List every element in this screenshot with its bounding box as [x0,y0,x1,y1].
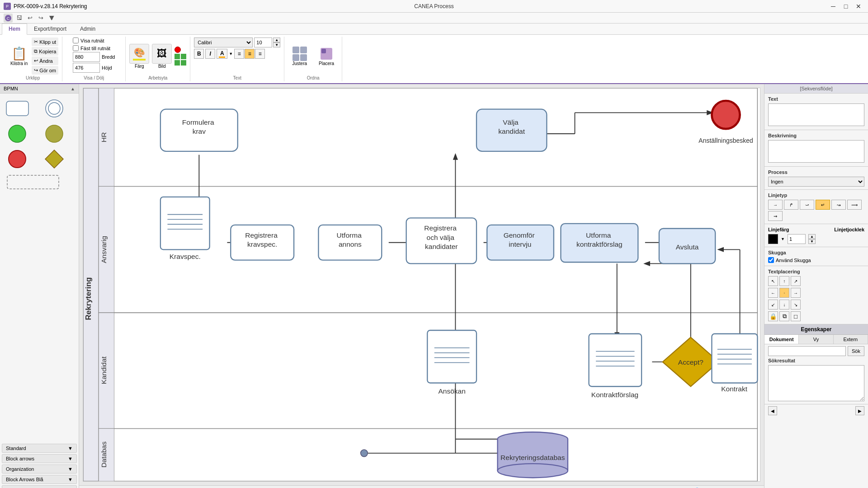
maximize-button[interactable]: □ [840,2,852,11]
lock-btn-3[interactable]: □ [791,311,801,321]
shape-circle-inner[interactable] [41,97,68,120]
copy-button[interactable]: ⧉ Kopiera [32,47,58,56]
cut-button[interactable]: ✂ Klipp ut [32,38,58,46]
node-utforma-kontrakt[interactable]: Utforma kontraktförslag [561,224,638,262]
sok-input[interactable] [768,346,846,356]
eg-tab-extern[interactable]: Extern [834,335,868,344]
node-rekryteringsdatabas[interactable]: Rekryteringsdatabas [498,432,568,478]
snap-grid-input[interactable] [73,45,79,51]
paste-button[interactable]: 📋 Klistra in [7,45,31,67]
sok-button[interactable]: Sök [848,346,864,356]
shape-circle-green[interactable] [4,122,31,145]
dropdown-standard[interactable]: Standard ▼ [2,444,77,453]
minimize-button[interactable]: ─ [827,2,839,11]
tp-btn-mc[interactable]: · [779,288,789,298]
bold-button[interactable]: B [194,49,204,59]
dropdown-organization[interactable]: Organization ▼ [2,465,77,474]
placera-button[interactable]: Placera [315,45,338,67]
align-left-button[interactable]: ≡ [234,49,244,59]
shape-rounded-rect[interactable] [4,97,31,120]
italic-button[interactable]: I [205,49,215,59]
qa-save-button[interactable]: 🖫 [14,14,24,23]
sokresultat-box[interactable] [768,365,864,401]
justera-icon [292,47,307,61]
thickness-down[interactable]: ▼ [808,239,816,244]
node-valja-kandidat[interactable]: Välja kandidat [476,109,547,151]
shape-diamond[interactable] [41,148,68,170]
panel-collapse-icon[interactable]: ▲ [71,86,75,91]
tp-btn-br[interactable]: ↘ [791,300,801,310]
qa-undo-button[interactable]: ↩ [25,14,34,23]
node-registrera-kravspec[interactable]: Registrera kravspec. [231,225,294,260]
farg-button[interactable]: 🎨 [129,44,149,64]
eg-tab-vy[interactable]: Vy [799,335,833,344]
width-input[interactable] [73,52,100,62]
tp-btn-bl[interactable]: ↙ [768,300,778,310]
thickness-input[interactable]: 1 [788,234,806,244]
lt-btn-2[interactable]: ↱ [784,200,798,210]
tab-export-import[interactable]: Export/Import [27,23,73,34]
snap-grid-checkbox[interactable]: Fäst till rutnät [73,45,110,51]
node-formulera-krav[interactable]: Formulera krav [160,109,238,151]
tab-hem[interactable]: Hem [2,23,27,35]
process-select[interactable]: Ingen [768,177,864,187]
node-registrera-valja[interactable]: Registrera och välja kandidater [406,218,476,263]
lock-btn-2[interactable]: ⧉ [779,311,789,321]
tp-btn-tr[interactable]: ↗ [791,276,801,286]
qa-redo-button[interactable]: ↪ [36,14,45,23]
bild-button[interactable]: 🖼 [152,44,172,64]
status-green-4 [181,60,186,66]
canvas-inner[interactable]: Rekrytering HR Ansvarig Kandidat [83,88,760,482]
qa-dropdown-button[interactable]: ⯆ [47,14,56,23]
undo-button[interactable]: ↩ Ändra [32,56,58,65]
show-grid-input[interactable] [73,38,79,43]
shape-circle-olive[interactable] [41,122,68,145]
canvas-area[interactable]: Rekrytering HR Ansvarig Kandidat [79,84,764,488]
shape-dashed-rect[interactable] [4,173,62,191]
tp-btn-tc[interactable]: ↑ [779,276,789,286]
status-red-icon [175,47,181,53]
text-color-button[interactable]: A [217,49,227,59]
lt-btn-7[interactable]: ⇝ [768,211,783,221]
justera-button[interactable]: Justera [288,45,311,67]
sokresultat-area: Sök Sökresultat [764,344,868,404]
align-right-button[interactable]: ≡ [255,49,265,59]
shape-circle-red[interactable] [4,148,31,170]
eg-tab-dokument[interactable]: Dokument [764,335,799,344]
lock-btn-1[interactable]: 🔒 [768,311,778,321]
font-select[interactable]: Calibri [194,38,253,47]
align-center-button[interactable]: ≡ [245,49,255,59]
node-avsluta[interactable]: Avsluta [659,229,715,264]
node-genomfor-intervju[interactable]: Genomför intervju [487,225,554,260]
dropdown-block-arrows[interactable]: Block arrows ▼ [2,454,77,463]
shadow-checkbox[interactable] [768,257,774,263]
text-textarea[interactable] [768,103,864,126]
lt-btn-5[interactable]: ↝ [831,200,846,210]
lt-btn-6[interactable]: ⟿ [847,200,862,210]
tp-btn-mr[interactable]: → [791,288,801,298]
font-size-input[interactable] [254,38,272,47]
thickness-up[interactable]: ▲ [808,234,816,239]
tp-btn-tl[interactable]: ↖ [768,276,778,286]
redo-button[interactable]: ↪ Gör om [32,66,58,75]
dropdown-block-arrows-bla[interactable]: Block Arrows Blå ▼ [2,475,77,484]
font-size-up[interactable]: ▲ [273,38,280,42]
tp-btn-bc[interactable]: ↓ [779,300,789,310]
lt-btn-3[interactable]: ⤻ [800,200,814,210]
close-button[interactable]: ✕ [853,2,864,11]
qa-logo-button[interactable]: C [4,14,13,23]
dropdown-demomiljo[interactable]: Demomiljö ▼ [2,485,77,488]
lt-btn-1[interactable]: → [768,200,783,210]
tab-admin[interactable]: Admin [73,23,102,34]
beskrivning-textarea[interactable] [768,140,864,163]
arbetsyta-label: Arbetsyta [148,75,167,80]
scroll-right-button[interactable]: ▶ [855,406,864,415]
node-utforma-annons[interactable]: Utforma annons [318,225,382,260]
scroll-left-button[interactable]: ◀ [768,406,777,415]
font-size-down[interactable]: ▼ [273,42,280,47]
lt-btn-4[interactable]: ↵ [816,200,830,210]
tp-btn-ml[interactable]: ← [768,288,778,298]
linjefarg-color-box[interactable] [768,234,778,244]
height-input[interactable] [73,63,100,73]
show-grid-checkbox[interactable]: Visa rutnät [73,38,110,43]
